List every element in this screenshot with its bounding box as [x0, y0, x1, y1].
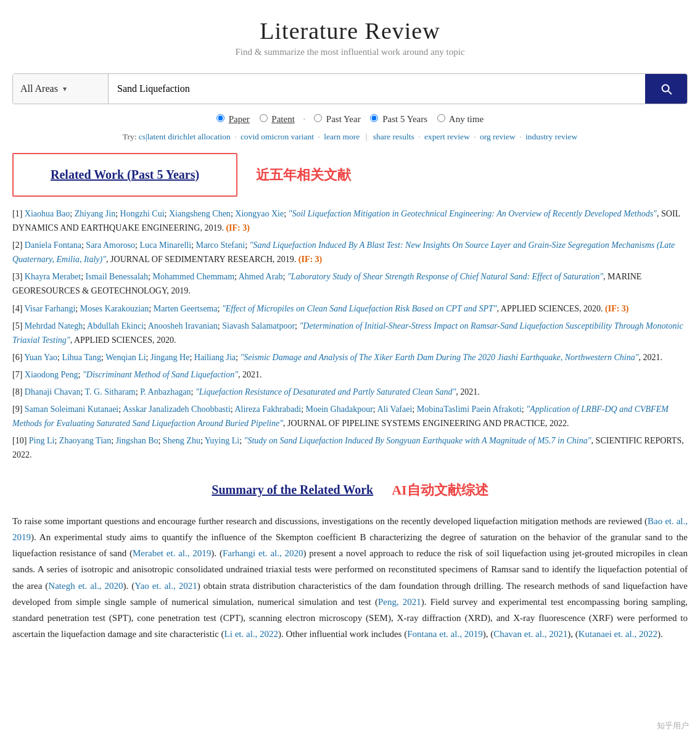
- filter-past-year-label: Past Year: [326, 114, 361, 124]
- cite-bao-2019[interactable]: Bao et. al., 2019: [12, 516, 688, 542]
- cite-chavan-2021[interactable]: Chavan et. al., 2021: [493, 629, 567, 639]
- action-industry-review[interactable]: industry review: [525, 132, 577, 141]
- paper-title[interactable]: "Discriminant Method of Sand Liquefactio…: [83, 370, 238, 379]
- filter-any-time[interactable]: Any time: [437, 114, 484, 124]
- cite-peng-2021[interactable]: Peng, 2021: [378, 597, 421, 607]
- try-link-covid[interactable]: covid omicron variant: [241, 132, 314, 141]
- paper-title[interactable]: "Soil Liquefaction Mitigation in Geotech…: [289, 209, 657, 218]
- paper-item: [7] Xiaodong Peng; "Discriminant Method …: [12, 368, 688, 382]
- paper-venue: 2021.: [460, 387, 480, 397]
- search-button[interactable]: [645, 74, 687, 104]
- paper-item: [10] Ping Li; Zhaoyang Tian; Jingshan Bo…: [12, 434, 688, 462]
- paper-authors: Ping Li; Zhaoyang Tian; Jingshan Bo; She…: [29, 436, 242, 445]
- paper-item: [4] Visar Farhangi; Moses Karakouzian; M…: [12, 302, 688, 316]
- paper-num: [6]: [12, 353, 24, 362]
- cite-farhangi-2020[interactable]: Farhangi et. al., 2020: [223, 548, 303, 558]
- related-work-box: Related Work (Past 5 Years): [12, 153, 237, 197]
- radio-paper[interactable]: [216, 114, 224, 122]
- radio-past-5[interactable]: [370, 114, 378, 122]
- cite-nategh-2020[interactable]: Nategh et. al., 2020: [48, 581, 123, 591]
- try-label: Try:: [123, 132, 139, 141]
- paper-title[interactable]: "Liquefaction Resistance of Desaturated …: [196, 387, 456, 397]
- try-link-learn-more[interactable]: learn more: [324, 132, 360, 141]
- paper-authors: Daniela Fontana; Sara Amoroso; Luca Mina…: [25, 240, 247, 250]
- chinese-label-summary: AI自动文献综述: [392, 481, 488, 500]
- summary-text: To raise some important questions and en…: [12, 513, 688, 643]
- area-label: All Areas: [20, 83, 58, 94]
- page-title: Literature Review: [12, 17, 688, 44]
- summary-header: Summary of the Related Work AI自动文献综述: [12, 481, 688, 500]
- chevron-down-icon: ▾: [63, 84, 101, 94]
- filter-past-5-years[interactable]: Past 5 Years: [370, 114, 429, 124]
- summary-section: Summary of the Related Work AI自动文献综述 To …: [12, 481, 688, 643]
- paper-item: [9] Saman Soleimani Kutanaei; Asskar Jan…: [12, 402, 688, 430]
- paper-num: [10]: [12, 436, 29, 445]
- paper-venue: JOURNAL OF SEDIMENTARY RESEARCH, 2019.: [110, 255, 296, 264]
- paper-if: (IF: 3): [226, 223, 250, 232]
- search-bar: All Areas ▾: [12, 73, 688, 104]
- try-link-dirichlet[interactable]: cs|latent dirichlet allocation: [139, 132, 231, 141]
- paper-venue: APPLIED SCIENCES, 2020.: [501, 304, 603, 313]
- action-share-results[interactable]: share results: [373, 132, 414, 141]
- cite-yao-2021[interactable]: Yao et. al., 2021: [134, 581, 197, 591]
- paper-if: (IF: 3): [605, 304, 629, 313]
- paper-authors: Saman Soleimani Kutanaei; Asskar Janaliz…: [25, 405, 524, 414]
- paper-venue: 2021.: [643, 353, 663, 362]
- paper-authors: Visar Farhangi; Moses Karakouzian; Marte…: [25, 304, 220, 313]
- cite-merabet-2019[interactable]: Merabet et. al., 2019: [133, 548, 211, 558]
- filter-any-time-label: Any time: [449, 114, 484, 124]
- paper-authors: Xiaohua Bao; Zhiyang Jin; Hongzhi Cui; X…: [25, 209, 286, 218]
- paper-venue: APPLIED SCIENCES, 2020.: [74, 335, 176, 345]
- paper-item: [8] Dhanaji Chavan; T. G. Sitharam; P. A…: [12, 385, 688, 399]
- filter-paper[interactable]: Paper: [216, 114, 252, 124]
- action-org-review[interactable]: org review: [480, 132, 516, 141]
- paper-num: [4]: [12, 304, 25, 313]
- paper-num: [8]: [12, 387, 25, 397]
- paper-title[interactable]: "Laboratory Study of Shear Strength Resp…: [287, 272, 603, 281]
- chinese-label-related: 近五年相关文献: [256, 166, 351, 184]
- radio-any-time[interactable]: [437, 114, 445, 122]
- page-subtitle: Find & summarize the most influential wo…: [12, 47, 688, 57]
- filter-patent-label: Patent: [271, 114, 295, 124]
- paper-num: [7]: [12, 370, 25, 379]
- filter-paper-label: Paper: [229, 114, 250, 124]
- paper-title[interactable]: "Seismic Damage and Analysis of The Xike…: [240, 353, 638, 362]
- paper-num: [5]: [12, 321, 25, 331]
- area-dropdown[interactable]: All Areas ▾: [13, 74, 109, 104]
- page-header: Literature Review Find & summarize the m…: [0, 0, 700, 64]
- paper-authors: Dhanaji Chavan; T. G. Sitharam; P. Anbaz…: [25, 387, 194, 397]
- paper-num: [1]: [12, 209, 25, 218]
- filter-row: Paper Patent · Past Year Past 5 Years An…: [0, 110, 700, 128]
- paper-venue: 2021.: [242, 370, 262, 379]
- related-work-section: Related Work (Past 5 Years) 近五年相关文献: [12, 153, 688, 197]
- radio-patent[interactable]: [260, 114, 268, 122]
- paper-authors: Yuan Yao; Lihua Tang; Wenqian Li; Jingan…: [24, 353, 238, 362]
- paper-authors: Khayra Merabet; Ismail Benessalah; Moham…: [25, 272, 286, 281]
- paper-item: [5] Mehrdad Nategh; Abdullah Ekinci; Ano…: [12, 319, 688, 347]
- paper-item: [2] Daniela Fontana; Sara Amoroso; Luca …: [12, 238, 688, 266]
- paper-title[interactable]: "Study on Sand Liquefaction Induced By S…: [244, 436, 591, 445]
- paper-item: [3] Khayra Merabet; Ismail Benessalah; M…: [12, 269, 688, 298]
- filter-patent[interactable]: Patent: [260, 114, 297, 124]
- paper-num: [9]: [12, 405, 25, 414]
- search-icon: [659, 82, 673, 96]
- action-expert-review[interactable]: expert review: [424, 132, 470, 141]
- cite-li-2022[interactable]: Li et. al., 2022: [224, 629, 278, 639]
- filter-past-5-label: Past 5 Years: [382, 114, 427, 124]
- filter-past-year[interactable]: Past Year: [314, 114, 363, 124]
- separator-dot: ·: [303, 114, 308, 124]
- cite-fontana-2019[interactable]: Fontana et. al., 2019: [407, 629, 482, 639]
- paper-item: [1] Xiaohua Bao; Zhiyang Jin; Hongzhi Cu…: [12, 207, 688, 235]
- radio-past-year[interactable]: [314, 114, 322, 122]
- summary-link[interactable]: Summary of the Related Work: [212, 483, 373, 497]
- papers-list: [1] Xiaohua Bao; Zhiyang Jin; Hongzhi Cu…: [12, 207, 688, 462]
- cite-kutanaei-2022[interactable]: Kutanaei et. al., 2022: [579, 629, 657, 639]
- paper-num: [3]: [12, 272, 25, 281]
- paper-authors: Xiaodong Peng;: [25, 370, 81, 379]
- paper-title[interactable]: "Effect of Micropiles on Clean Sand Liqu…: [222, 304, 497, 313]
- related-work-link[interactable]: Related Work (Past 5 Years): [51, 168, 199, 181]
- search-input[interactable]: [109, 74, 645, 104]
- paper-item: [6] Yuan Yao; Lihua Tang; Wenqian Li; Ji…: [12, 350, 688, 364]
- paper-authors: Mehrdad Nategh; Abdullah Ekinci; Anooshe…: [25, 321, 297, 331]
- paper-if: (IF: 3): [299, 255, 323, 264]
